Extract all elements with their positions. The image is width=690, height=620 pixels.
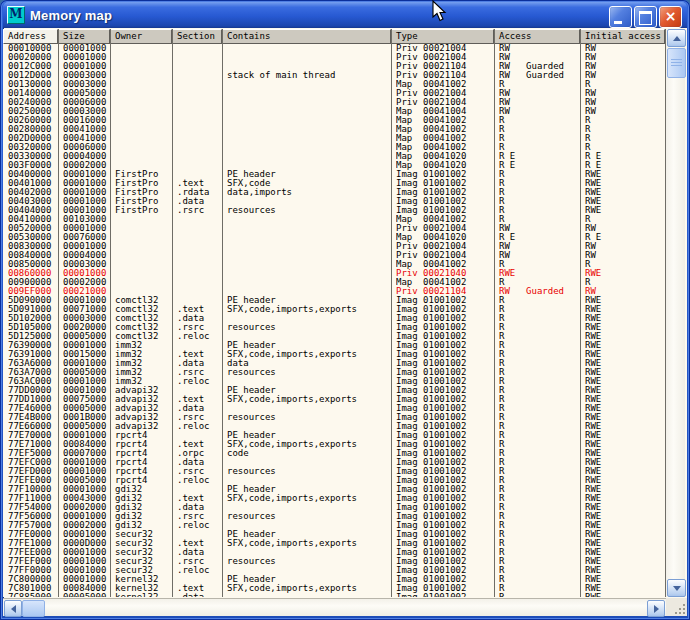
window-border xyxy=(0,0,690,620)
memory-map-window: M Memory map × AddressSizeOwnerSectionCo… xyxy=(0,0,690,620)
